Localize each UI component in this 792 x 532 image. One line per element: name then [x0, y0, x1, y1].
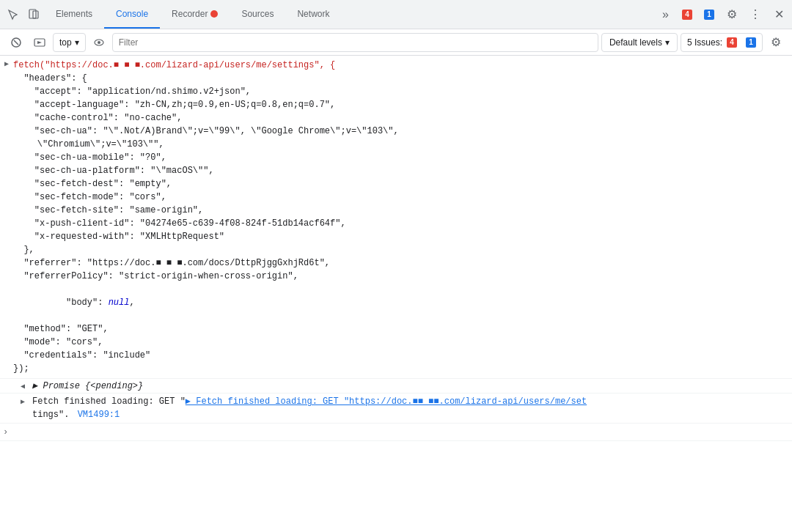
- console-input[interactable]: [11, 427, 789, 437]
- code-mobile: "sec-ch-ua-mobile": "?0",: [13, 151, 789, 164]
- fetch-url-link[interactable]: ▶ Fetch finished loading: GET "https://d…: [186, 396, 587, 407]
- promise-content: ▶ Promise {<pending>}: [32, 380, 143, 391]
- tab-console[interactable]: Console: [104, 0, 160, 29]
- devtools-toolbar: Elements Console Recorder Sources Networ…: [0, 0, 792, 29]
- console-settings-button[interactable]: ⚙: [766, 32, 786, 53]
- fetch-call-entry: ▶ fetch("https://doc.■ ■ ■.com/lizard-ap…: [0, 56, 792, 379]
- issues-error-icon: 4: [727, 37, 737, 48]
- tab-sources[interactable]: Sources: [230, 0, 285, 29]
- close-devtools-button[interactable]: ✕: [769, 4, 789, 25]
- fetch-call-content: fetch("https://doc.■ ■ ■.com/lizard-api/…: [13, 57, 792, 377]
- fetch-finished-message: Fetch finished loading: GET "▶ Fetch fin…: [32, 395, 792, 421]
- code-headers-close: },: [13, 243, 789, 256]
- device-toolbar-icon[interactable]: [23, 4, 44, 25]
- toolbar-right: » 4 1 ⚙ ⋮ ✕: [656, 4, 789, 25]
- more-options-button[interactable]: ⋮: [745, 4, 766, 25]
- execute-script-button[interactable]: [29, 32, 50, 53]
- code-body: "body": null,: [13, 283, 789, 322]
- code-closing: });: [13, 362, 789, 375]
- fetch-finished-entry: ▶ Fetch finished loading: GET "▶ Fetch f…: [0, 394, 792, 424]
- code-x-requested: "x-requested-with": "XMLHttpRequest": [13, 230, 789, 243]
- clear-console-button[interactable]: [6, 32, 26, 53]
- promise-entry: ◀ ▶ Promise {<pending>}: [0, 379, 792, 394]
- devtools-settings-button[interactable]: ⚙: [722, 4, 742, 25]
- code-credentials: "credentials": "include": [13, 349, 789, 362]
- show-options-button[interactable]: [89, 32, 109, 53]
- vm-link[interactable]: VM1499:1: [78, 410, 120, 420]
- code-accept: "accept": "application/nd.shimo.v2+json"…: [13, 85, 789, 98]
- code-referrer: "referrer": "https://doc.■ ■ ■.com/docs/…: [13, 256, 789, 270]
- pointer-icon[interactable]: [3, 4, 23, 25]
- info-badge-button[interactable]: 1: [700, 8, 719, 21]
- code-referrer-policy: "referrerPolicy": "strict-origin-when-cr…: [13, 270, 789, 283]
- code-headers-open: "headers": {: [13, 72, 789, 85]
- code-chromium: \"Chromium\";v=\"103\"",: [13, 138, 789, 151]
- svg-line-3: [14, 40, 18, 45]
- filter-input[interactable]: [112, 33, 598, 52]
- code-fetch-mode: "sec-fetch-mode": "cors",: [13, 191, 789, 204]
- expand-arrow[interactable]: ▶: [0, 57, 13, 68]
- code-sec-ch-ua: "sec-ch-ua": "\".Not/A)Brand\";v=\"99\",…: [13, 125, 789, 138]
- context-selector[interactable]: top ▾: [53, 33, 86, 52]
- context-label: top: [59, 37, 72, 48]
- tab-elements[interactable]: Elements: [44, 0, 104, 29]
- console-output: ▶ fetch("https://doc.■ ■ ■.com/lizard-ap…: [0, 56, 792, 532]
- code-fetch-line: fetch("https://doc.■ ■ ■.com/lizard-api/…: [13, 59, 789, 72]
- code-cache-control: "cache-control": "no-cache",: [13, 111, 789, 125]
- promise-arrow[interactable]: ◀: [16, 381, 29, 391]
- code-x-push: "x-push-client-id": "04274e65-c639-4f08-…: [13, 217, 789, 230]
- fetch-finished-arrow[interactable]: ▶: [16, 395, 29, 406]
- error-icon: 4: [682, 10, 692, 20]
- svg-marker-5: [37, 41, 42, 44]
- console-action-bar: top ▾ Default levels ▾ 5 Issues: 4 1 ⚙: [0, 29, 792, 56]
- more-tabs-button[interactable]: »: [656, 8, 675, 21]
- code-accept-language: "accept-language": "zh-CN,zh;q=0.9,en-US…: [13, 98, 789, 111]
- tabs-bar: Elements Console Recorder Sources Networ…: [44, 0, 341, 29]
- recorder-dot: [210, 10, 218, 18]
- svg-point-7: [98, 41, 100, 44]
- code-platform: "sec-ch-ua-platform": "\"macOS\"",: [13, 164, 789, 177]
- code-fetch-dest: "sec-fetch-dest": "empty",: [13, 177, 789, 191]
- cursor-arrow-icon: ›: [3, 427, 8, 437]
- code-fetch-site: "sec-fetch-site": "same-origin",: [13, 204, 789, 217]
- tab-network[interactable]: Network: [285, 0, 341, 29]
- levels-dropdown-arrow: ▾: [665, 37, 670, 48]
- info-icon: 1: [704, 10, 714, 20]
- default-levels-button[interactable]: Default levels ▾: [601, 33, 678, 52]
- issues-button[interactable]: 5 Issues: 4 1: [681, 33, 763, 52]
- code-method: "method": "GET",: [13, 322, 789, 336]
- context-dropdown-arrow: ▾: [75, 37, 79, 48]
- tab-recorder[interactable]: Recorder: [160, 0, 230, 29]
- issues-info-icon: 1: [746, 37, 756, 48]
- code-mode: "mode": "cors",: [13, 336, 789, 349]
- console-cursor-line[interactable]: ›: [0, 424, 792, 441]
- error-badge-button[interactable]: 4: [678, 8, 697, 21]
